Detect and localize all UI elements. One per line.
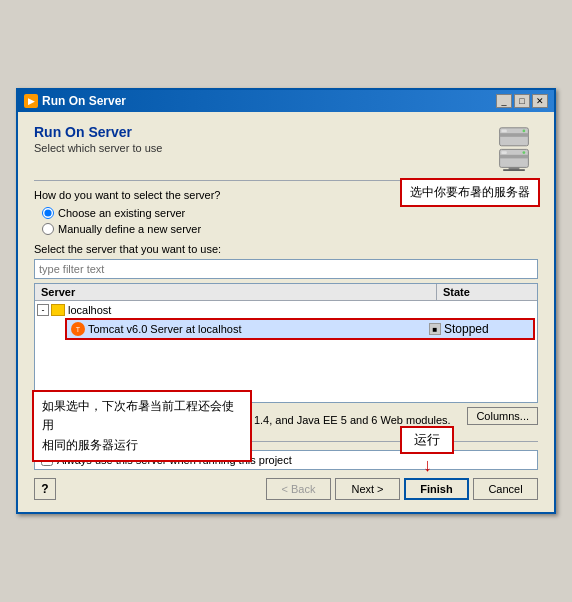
annotation-run: 运行	[400, 426, 454, 454]
help-button[interactable]: ?	[34, 478, 56, 500]
col-state-header: State	[437, 284, 537, 300]
table-row-localhost[interactable]: - localhost	[35, 303, 537, 317]
tomcat-container[interactable]: T Tomcat v6.0 Server at localhost ■ Stop…	[63, 318, 537, 340]
run-on-server-dialog: ▶ Run On Server _ □ ✕ Run On Server Sele…	[16, 88, 556, 513]
localhost-label: localhost	[68, 304, 111, 316]
server-table: Server State - localhost T Tomcat v6.0 S…	[34, 283, 538, 403]
dialog-subtitle: Select which server to use	[34, 142, 162, 154]
annotation-bottom-left-text: 如果选中，下次布暑当前工程还会使用 相同的服务器运行	[42, 399, 234, 451]
columns-button[interactable]: Columns...	[467, 407, 538, 425]
cancel-button[interactable]: Cancel	[473, 478, 538, 500]
server-svg-icon	[494, 126, 534, 171]
maximize-button[interactable]: □	[514, 94, 530, 108]
filter-input[interactable]	[34, 259, 538, 279]
title-buttons: _ □ ✕	[496, 94, 548, 108]
tomcat-icon: T	[71, 322, 85, 336]
dialog-header: Run On Server Select which server to use	[34, 124, 162, 166]
tomcat-state: Stopped	[444, 322, 489, 336]
window-body: Run On Server Select which server to use	[18, 112, 554, 511]
svg-point-3	[523, 129, 526, 132]
annotation-bottom-left: 如果选中，下次布暑当前工程还会使用 相同的服务器运行	[32, 390, 252, 462]
back-button[interactable]: < Back	[266, 478, 331, 500]
svg-rect-6	[501, 151, 506, 154]
table-body: - localhost T Tomcat v6.0 Server at loca…	[35, 301, 537, 343]
tomcat-state-cell: ■ Stopped	[429, 322, 529, 336]
tomcat-label: Tomcat v6.0 Server at localhost	[88, 323, 429, 335]
tree-toggle[interactable]: -	[37, 304, 49, 316]
table-header: Server State	[35, 284, 537, 301]
annotation-top-right: 选中你要布暑的服务器	[400, 178, 540, 207]
select-server-label: Select the server that you want to use:	[34, 243, 538, 255]
radio-new-input[interactable]	[42, 223, 54, 235]
radio-new[interactable]: Manually define a new server	[42, 223, 538, 235]
svg-rect-5	[500, 155, 529, 159]
top-section: Run On Server Select which server to use	[34, 124, 538, 172]
close-button[interactable]: ✕	[532, 94, 548, 108]
col-server-header: Server	[35, 284, 437, 300]
server-image	[490, 124, 538, 172]
stopped-icon: ■	[429, 323, 441, 335]
table-row-tomcat[interactable]: T Tomcat v6.0 Server at localhost ■ Stop…	[65, 318, 535, 340]
svg-point-7	[523, 151, 526, 154]
folder-icon	[51, 304, 65, 316]
next-button[interactable]: Next >	[335, 478, 400, 500]
minimize-button[interactable]: _	[496, 94, 512, 108]
window-title: Run On Server	[42, 94, 126, 108]
svg-rect-1	[500, 133, 529, 137]
nav-buttons: < Back Next > Finish Cancel	[266, 478, 538, 500]
buttons-row: ? < Back Next > Finish Cancel	[34, 478, 538, 500]
radio-existing-label: Choose an existing server	[58, 207, 185, 219]
run-arrow-icon: ↓	[423, 455, 432, 476]
dialog-title: Run On Server	[34, 124, 162, 140]
svg-rect-2	[501, 129, 506, 132]
radio-new-label: Manually define a new server	[58, 223, 201, 235]
svg-rect-9	[503, 169, 525, 171]
radio-existing[interactable]: Choose an existing server	[42, 207, 538, 219]
radio-group: Choose an existing server Manually defin…	[42, 207, 538, 235]
finish-button[interactable]: Finish	[404, 478, 469, 500]
title-bar: ▶ Run On Server _ □ ✕	[18, 90, 554, 112]
dialog-icon: ▶	[24, 94, 38, 108]
radio-existing-input[interactable]	[42, 207, 54, 219]
title-bar-left: ▶ Run On Server	[24, 94, 126, 108]
